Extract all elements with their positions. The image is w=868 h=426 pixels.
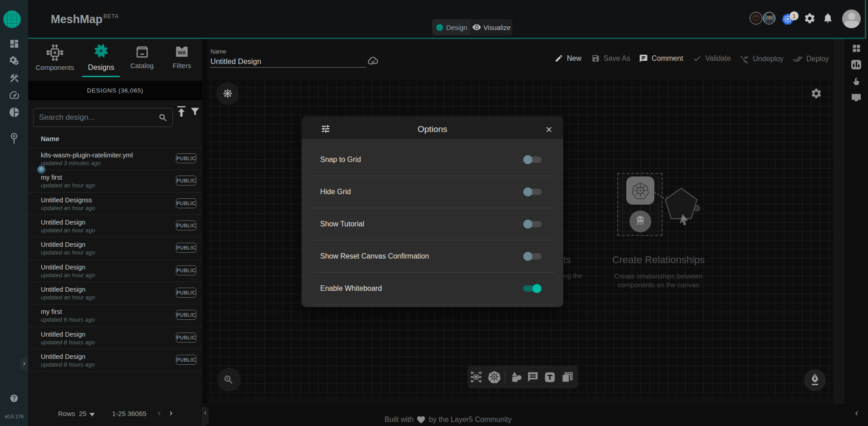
svg-text:WA: WA — [178, 49, 186, 55]
